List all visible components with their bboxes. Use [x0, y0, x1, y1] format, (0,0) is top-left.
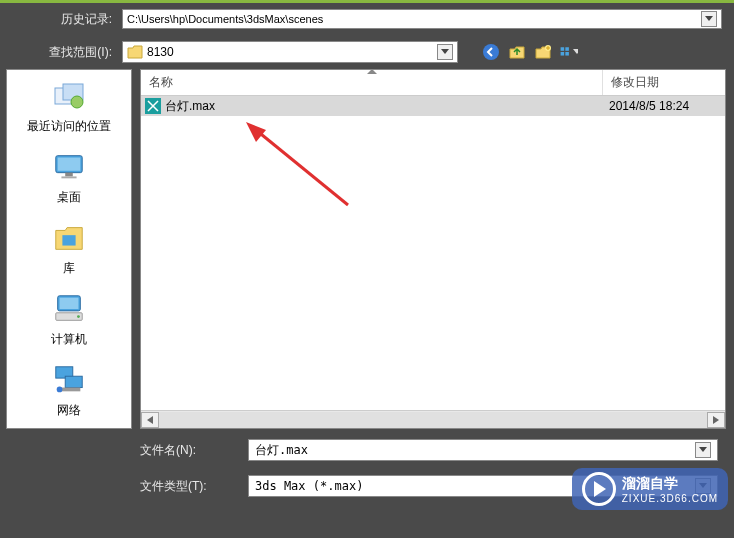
svg-rect-12: [61, 176, 76, 178]
watermark-subtitle: ZIXUE.3D66.COM: [622, 493, 718, 504]
chevron-down-icon: [573, 49, 578, 55]
filename-label: 文件名(N):: [140, 442, 230, 459]
places-sidebar: 最近访问的位置 桌面 库 计算机 网络: [6, 69, 132, 429]
column-name-label: 名称: [149, 75, 173, 89]
filetype-label: 文件类型(T):: [140, 478, 230, 495]
column-header-name[interactable]: 名称: [141, 70, 603, 95]
svg-rect-11: [65, 173, 73, 177]
sidebar-item-network[interactable]: 网络: [51, 362, 87, 419]
folder-icon: [127, 45, 143, 59]
file-list-header[interactable]: 名称 修改日期: [141, 70, 725, 96]
history-dropdown[interactable]: C:\Users\hp\Documents\3dsMax\scenes: [122, 9, 722, 29]
play-icon: [582, 472, 616, 506]
svg-rect-10: [58, 158, 81, 171]
libraries-icon: [52, 221, 86, 255]
filename-dropdown-button[interactable]: [695, 442, 711, 458]
sidebar-item-computer[interactable]: 计算机: [51, 291, 87, 348]
filename-field[interactable]: 台灯.max: [248, 439, 718, 461]
sidebar-item-libraries[interactable]: 库: [51, 220, 87, 277]
file-name: 台灯.max: [165, 98, 603, 115]
history-label: 历史记录:: [12, 11, 112, 28]
sidebar-item-label: 计算机: [51, 331, 87, 348]
up-folder-icon[interactable]: [508, 43, 526, 61]
sidebar-item-recent[interactable]: 最近访问的位置: [27, 78, 111, 135]
svg-rect-19: [65, 376, 82, 387]
file-list-empty-area[interactable]: [141, 116, 725, 410]
svg-rect-13: [62, 235, 75, 245]
lookin-label: 查找范围(I):: [12, 44, 112, 61]
scroll-right-button[interactable]: [707, 412, 725, 428]
lookin-folder: 8130: [147, 45, 437, 59]
max-file-icon: [145, 98, 161, 114]
view-menu-icon[interactable]: [560, 43, 578, 61]
chevron-down-icon: [441, 49, 449, 55]
history-path: C:\Users\hp\Documents\3dsMax\scenes: [127, 13, 701, 25]
sidebar-item-label: 桌面: [57, 189, 81, 206]
svg-point-17: [77, 315, 80, 318]
svg-rect-3: [565, 47, 569, 51]
recent-places-icon: [51, 78, 87, 114]
desktop-icon: [52, 150, 86, 184]
scroll-track[interactable]: [159, 412, 707, 428]
filename-value: 台灯.max: [255, 442, 695, 459]
chevron-down-icon: [705, 16, 713, 22]
file-row[interactable]: 台灯.max 2014/8/5 18:24: [141, 96, 725, 116]
sidebar-item-label: 网络: [57, 402, 81, 419]
svg-point-21: [57, 387, 63, 393]
file-list-panel: 名称 修改日期 台灯.max 2014/8/5 18:24: [140, 69, 726, 429]
lookin-dropdown[interactable]: 8130: [122, 41, 458, 63]
sort-ascending-icon: [367, 69, 377, 74]
new-folder-icon[interactable]: [534, 43, 552, 61]
svg-rect-4: [561, 52, 565, 56]
computer-icon: [52, 292, 86, 326]
file-date: 2014/8/5 18:24: [603, 99, 725, 113]
history-dropdown-button[interactable]: [701, 11, 717, 27]
svg-rect-5: [565, 52, 569, 56]
svg-rect-2: [561, 47, 565, 51]
back-icon[interactable]: [482, 43, 500, 61]
horizontal-scrollbar[interactable]: [141, 410, 725, 428]
sidebar-item-label: 库: [63, 260, 75, 277]
svg-rect-15: [60, 298, 79, 309]
scroll-left-button[interactable]: [141, 412, 159, 428]
watermark-title: 溜溜自学: [622, 475, 718, 493]
network-icon: [52, 363, 86, 397]
sidebar-item-label: 最近访问的位置: [27, 118, 111, 135]
lookin-dropdown-button[interactable]: [437, 44, 453, 60]
watermark: 溜溜自学 ZIXUE.3D66.COM: [572, 468, 728, 510]
svg-point-8: [71, 96, 83, 108]
sidebar-item-desktop[interactable]: 桌面: [51, 149, 87, 206]
column-header-date[interactable]: 修改日期: [603, 70, 725, 95]
svg-point-0: [483, 44, 499, 60]
